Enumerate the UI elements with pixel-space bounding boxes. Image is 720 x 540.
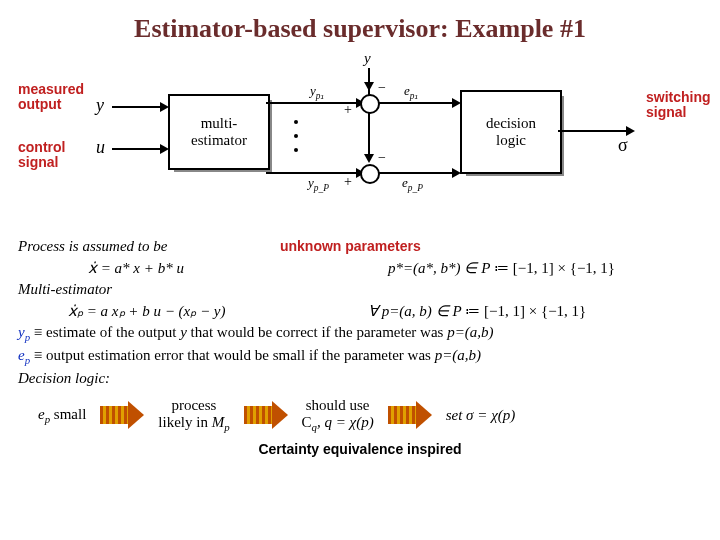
decision-logic-box: decision logic [460,90,562,174]
ep1-label: ep₁ [404,84,418,101]
process-likely: process likely in Mp [158,397,229,433]
block-diagram: y measured output y control signal u mul… [18,54,702,234]
pstar-definition: p*=(a*, b*) ∈ P ≔ [−1, 1] × {−1, 1} [388,259,615,277]
implies-arrow-1 [100,401,144,429]
switching-signal-label: switching signal [646,90,711,121]
multi-estimator-equation: ẋₚ = a xₚ + b u − (xₚ − y) [18,302,368,320]
minus-1: − [378,80,386,95]
control-signal-label: control signal [18,140,65,171]
yp-definition: yp ≡ estimate of the output y that would… [18,324,702,343]
process-equation: ẋ = a* x + b* u [18,259,388,277]
control-signal-sym: u [96,138,105,158]
decision-logic-heading: Decision logic: [18,370,702,387]
implies-arrow-2 [244,401,288,429]
ep-small: ep small [38,406,86,425]
set-sigma: set σ = χ(p) [446,407,516,424]
multi-estimator-heading: Multi-estimator [18,281,702,298]
ep-definition: ep ≡ output estimation error that would … [18,347,702,366]
ypP-label: yp_P [308,176,329,193]
forall-p-definition: ∀ p=(a, b) ∈ P ≔ [−1, 1] × {−1, 1} [368,302,586,320]
sum-node-2 [360,164,380,184]
process-assumption-line: Process is assumed to be unknown paramet… [18,238,702,255]
slide-title: Estimator-based supervisor: Example #1 [18,14,702,44]
top-y-label: y [364,50,371,67]
measured-output-label: measured output [18,82,84,113]
yp1-label: yp₁ [310,84,324,101]
unknown-params-label: unknown parameters [280,238,421,254]
epP-label: ep_P [402,176,423,193]
implies-arrow-3 [388,401,432,429]
minus-2: − [378,150,386,165]
sigma-label: σ [618,136,628,156]
decision-logic-chain: ep small process likely in Mp should use… [38,397,702,433]
plus-2: + [344,174,352,189]
should-use: should use Cq, q = χ(p) [302,397,374,433]
certainty-equivalence: Certainty equivalence inspired [18,441,702,457]
multi-estimator-box: multi- estimator [168,94,270,170]
measured-output-sym: y [96,96,104,116]
sum-node-1 [360,94,380,114]
plus-1: + [344,102,352,117]
